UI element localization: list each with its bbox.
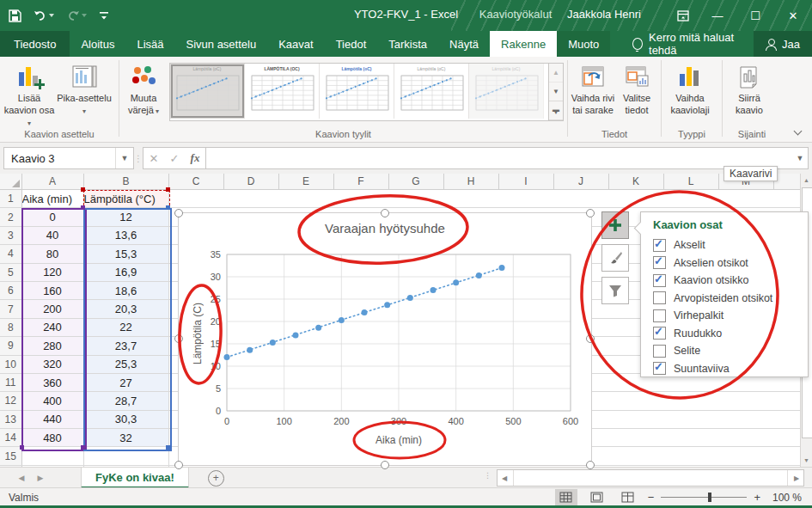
- chart-object[interactable]: Varaajan hyötysuhde 05101520253035010020…: [178, 212, 592, 466]
- chart-resize-handle[interactable]: [381, 461, 389, 469]
- cell-b3[interactable]: 13,6: [83, 226, 168, 244]
- panel-item-virhepalkit[interactable]: Virhepalkit: [653, 307, 808, 325]
- chart-title[interactable]: Varaajan hyötysuhde: [179, 221, 591, 236]
- gallery-scroll-down-button[interactable]: ▼: [549, 83, 563, 101]
- row-header[interactable]: 3: [0, 226, 21, 244]
- cell-a2[interactable]: 0: [21, 208, 83, 226]
- cell-b14[interactable]: 32: [83, 429, 168, 447]
- formula-input[interactable]: [206, 149, 792, 168]
- cell-a13[interactable]: 440: [21, 410, 83, 428]
- maximize-button[interactable]: ☐: [736, 0, 774, 31]
- empty-cell[interactable]: [21, 447, 83, 465]
- row-header[interactable]: 12: [0, 392, 21, 410]
- cell-b6[interactable]: 18,6: [83, 281, 168, 299]
- col-header-j[interactable]: J: [553, 174, 608, 190]
- chart-resize-handle[interactable]: [174, 461, 183, 469]
- checkbox-ruudukko[interactable]: [653, 327, 666, 340]
- close-button[interactable]: ✕: [774, 0, 812, 31]
- zoom-percentage[interactable]: 100 %: [767, 492, 802, 504]
- scroll-right-icon[interactable]: ▶: [790, 470, 803, 486]
- tell-me-box[interactable]: Kerro mitä haluat tehdä: [622, 31, 754, 57]
- col-header-e[interactable]: E: [278, 174, 333, 190]
- chart-resize-handle[interactable]: [586, 461, 595, 469]
- new-sheet-button[interactable]: +: [208, 470, 224, 487]
- insert-function-icon[interactable]: fx: [185, 151, 205, 165]
- cell-b2[interactable]: 12: [83, 208, 168, 226]
- tab-tiedosto[interactable]: Tiedosto: [0, 31, 70, 57]
- chart-styles-button[interactable]: [601, 244, 629, 272]
- undo-button[interactable]: [34, 9, 54, 21]
- cell-b10[interactable]: 25,3: [83, 355, 168, 373]
- row-header[interactable]: 4: [0, 245, 21, 263]
- row-header[interactable]: 6: [0, 281, 21, 299]
- user-name[interactable]: Jaakkola Henri: [567, 8, 641, 21]
- cell-b1[interactable]: Lämpötila (°C): [83, 190, 168, 208]
- chart-style-option-4[interactable]: Lämpötila (oC): [394, 64, 469, 119]
- formula-bar-expand-icon[interactable]: ▼: [792, 154, 808, 162]
- zoom-slider[interactable]: [661, 497, 747, 498]
- page-layout-view-button[interactable]: [586, 489, 608, 505]
- redo-button[interactable]: [66, 9, 87, 21]
- col-header-c[interactable]: C: [168, 174, 223, 190]
- cell-b5[interactable]: 16,9: [83, 263, 168, 281]
- col-header-i[interactable]: I: [498, 174, 553, 190]
- panel-item-ruudukko[interactable]: Ruudukko: [653, 325, 808, 343]
- row-header[interactable]: 5: [0, 263, 21, 281]
- checkbox-akselien-otsikot[interactable]: [653, 256, 666, 269]
- panel-item-arvopisteiden-otsikot[interactable]: Arvopisteiden otsikot: [653, 290, 808, 308]
- row-header[interactable]: 2: [0, 208, 21, 226]
- chart-filters-button[interactable]: [601, 277, 629, 304]
- chart-resize-handle[interactable]: [381, 209, 389, 217]
- tab-muoto[interactable]: Muoto: [557, 31, 610, 57]
- select-all-button[interactable]: [0, 174, 21, 190]
- sheet-tab-active[interactable]: FyKe on kivaa!: [81, 468, 189, 488]
- cell-b13[interactable]: 30,3: [83, 410, 168, 428]
- tab-tiedot[interactable]: Tiedot: [325, 31, 378, 57]
- y-axis-title[interactable]: Lämpötila (C): [191, 278, 205, 389]
- col-header-f[interactable]: F: [333, 174, 388, 190]
- tab-aloitus[interactable]: Aloitus: [70, 31, 125, 57]
- redo-dropdown-caret[interactable]: [82, 14, 87, 17]
- empty-cell[interactable]: [83, 447, 168, 465]
- panel-item-kaavion-otsikko[interactable]: Kaavion otsikko: [653, 272, 808, 290]
- sheet-nav-right-icon[interactable]: ▶: [31, 468, 50, 488]
- cell-a8[interactable]: 240: [21, 318, 83, 336]
- collapse-ribbon-button[interactable]: [794, 129, 802, 137]
- panel-item-akselien-otsikot[interactable]: Akselien otsikot: [653, 254, 808, 272]
- name-box[interactable]: Kaavio 3 ▼: [3, 147, 134, 169]
- scroll-up-icon[interactable]: ▲: [801, 174, 812, 187]
- row-header[interactable]: 13: [0, 410, 21, 428]
- col-header-l[interactable]: L: [663, 174, 718, 190]
- normal-view-button[interactable]: [555, 489, 577, 505]
- tab-lisaa[interactable]: Lisää: [125, 31, 174, 57]
- chart-style-option-2[interactable]: LÄMPÖTILA (OC): [245, 64, 320, 119]
- scroll-down-icon[interactable]: ▼: [801, 454, 812, 467]
- tab-kaavat[interactable]: Kaavat: [267, 31, 324, 57]
- row-header[interactable]: 11: [0, 373, 21, 391]
- cancel-icon[interactable]: ✕: [143, 152, 164, 165]
- cell-b4[interactable]: 15,3: [83, 245, 168, 263]
- minimize-button[interactable]: —: [699, 0, 736, 31]
- checkbox-virhepalkit[interactable]: [653, 309, 666, 322]
- share-button[interactable]: Jaa: [754, 31, 812, 57]
- chart-resize-handle[interactable]: [586, 209, 595, 217]
- zoom-slider-thumb[interactable]: [708, 493, 711, 502]
- col-header-h[interactable]: H: [443, 174, 498, 190]
- row-header[interactable]: 8: [0, 318, 21, 336]
- name-box-dropdown-icon[interactable]: ▼: [115, 148, 133, 168]
- cell-a12[interactable]: 400: [21, 392, 83, 410]
- cell-a7[interactable]: 200: [21, 300, 83, 318]
- cell-a6[interactable]: 160: [21, 281, 83, 299]
- enter-icon[interactable]: ✓: [164, 152, 185, 165]
- gallery-scroll-up-button[interactable]: ▲: [549, 64, 563, 83]
- row-header[interactable]: 14: [0, 429, 21, 447]
- cell-a14[interactable]: 480: [21, 429, 83, 447]
- cell-a5[interactable]: 120: [21, 263, 83, 281]
- chart-style-option-5[interactable]: Lämpötila (oC): [469, 64, 544, 119]
- horizontal-scroll-thumb[interactable]: [513, 470, 788, 486]
- ribbon-display-options-icon[interactable]: [668, 0, 699, 31]
- empty-cells[interactable]: [168, 190, 800, 208]
- panel-item-selite[interactable]: Selite: [653, 342, 808, 360]
- zoom-in-button[interactable]: +: [754, 491, 760, 504]
- page-break-view-button[interactable]: [617, 489, 639, 505]
